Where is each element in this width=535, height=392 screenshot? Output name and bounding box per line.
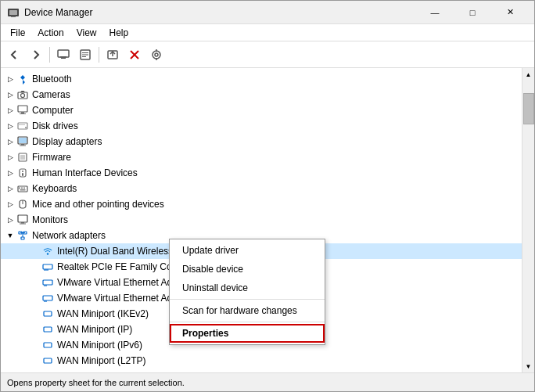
hid-icon: [16, 167, 29, 179]
maximize-button[interactable]: □: [454, 1, 490, 24]
properties-button[interactable]: [75, 45, 95, 65]
update-button[interactable]: [102, 45, 123, 65]
list-item[interactable]: ▷ Disk drives: [1, 118, 522, 134]
computer-button[interactable]: [53, 45, 74, 65]
svg-point-24: [25, 127, 27, 128]
list-item[interactable]: ▷ Display adapters: [1, 134, 522, 149]
svg-rect-47: [21, 237, 24, 239]
svg-rect-7: [82, 52, 88, 53]
svg-rect-34: [22, 173, 23, 176]
close-button[interactable]: ✕: [492, 1, 528, 24]
expand-icon: [29, 354, 41, 367]
expand-icon: ▷: [4, 167, 16, 179]
context-menu-separator-1: [170, 299, 325, 300]
keyboard-icon: [16, 182, 29, 195]
back-button[interactable]: [4, 45, 24, 65]
item-label-hid: Human Interface Devices: [32, 167, 138, 178]
item-label-firmware: Firmware: [32, 152, 71, 163]
svg-rect-38: [23, 188, 25, 189]
forward-button[interactable]: [26, 45, 46, 65]
svg-rect-59: [43, 296, 52, 300]
scroll-down-button[interactable]: ▼: [523, 360, 534, 372]
context-menu-item-update-driver[interactable]: Update driver: [170, 241, 325, 260]
menu-action[interactable]: Action: [31, 26, 70, 40]
list-item[interactable]: ▷ Human Interface Devices: [1, 165, 522, 181]
menu-view[interactable]: View: [70, 26, 103, 40]
minimize-button[interactable]: —: [417, 1, 453, 24]
item-label-bluetooth: Bluetooth: [32, 74, 72, 85]
expand-icon: [29, 292, 41, 304]
context-menu-separator-2: [170, 322, 325, 322]
vmware1-icon: [41, 276, 54, 289]
svg-rect-43: [21, 222, 24, 224]
wan-ipv6-icon: [41, 339, 54, 351]
list-item[interactable]: ▷ Monitors: [1, 212, 522, 228]
svg-rect-2: [11, 16, 16, 17]
svg-rect-39: [20, 189, 26, 191]
list-item[interactable]: WAN Miniport (L2TP): [1, 353, 522, 369]
svg-rect-31: [20, 155, 25, 160]
svg-rect-64: [44, 343, 52, 347]
svg-rect-9: [82, 56, 86, 57]
remove-button[interactable]: [124, 45, 145, 65]
item-label-wan-ipv6: WAN Miniport (IPv6): [57, 340, 142, 351]
device-manager-window: Device Manager — □ ✕ File Action View He…: [0, 0, 535, 392]
expand-icon: [29, 307, 41, 320]
device-tree: ▷ Bluetooth ▷ Cameras ▷ Computer: [1, 68, 522, 372]
item-label-mice: Mice and other pointing devices: [32, 199, 164, 210]
list-item[interactable]: ▷ Mice and other pointing devices: [1, 196, 522, 212]
window-controls: — □ ✕: [417, 1, 528, 24]
wan-ikev2-icon: [41, 307, 54, 320]
firmware-icon: [16, 151, 29, 164]
item-label-keyboards: Keyboards: [32, 183, 77, 194]
title-bar: Device Manager — □ ✕: [1, 1, 534, 24]
list-item[interactable]: ▷ Bluetooth: [1, 71, 522, 87]
item-label-computer: Computer: [32, 105, 74, 116]
expand-icon: ▷: [4, 120, 16, 132]
menu-file[interactable]: File: [4, 26, 31, 40]
menu-help[interactable]: Help: [103, 26, 135, 40]
svg-point-51: [47, 253, 48, 254]
item-label-wan-ikev2: WAN Miniport (IKEv2): [57, 308, 149, 319]
expand-icon: ▷: [4, 151, 16, 164]
context-menu-item-uninstall-device[interactable]: Uninstall device: [170, 279, 325, 297]
expand-icon: [29, 339, 41, 351]
svg-rect-37: [21, 188, 23, 189]
svg-rect-28: [21, 144, 24, 146]
svg-point-14: [153, 51, 160, 59]
toolbar-separator-2: [99, 47, 99, 63]
svg-rect-1: [9, 10, 17, 15]
item-label-wan-ip: WAN Miniport (IP): [57, 324, 132, 335]
list-item[interactable]: ▷ Keyboards: [1, 181, 522, 196]
svg-rect-25: [19, 124, 25, 125]
expand-icon: ▷: [4, 73, 16, 85]
context-menu-item-disable-device[interactable]: Disable device: [170, 260, 325, 279]
expand-icon: ▷: [4, 214, 16, 226]
list-item[interactable]: WAN Miniport (Network Monitor): [1, 369, 522, 372]
context-menu-item-scan[interactable]: Scan for hardware changes: [170, 301, 325, 320]
svg-rect-27: [19, 138, 27, 143]
scroll-thumb[interactable]: [523, 93, 534, 124]
network-icon: [16, 229, 29, 242]
svg-point-19: [21, 94, 25, 98]
svg-rect-35: [18, 186, 27, 192]
item-label-disk: Disk drives: [32, 120, 78, 131]
list-item[interactable]: ▷ Computer: [1, 102, 522, 118]
expand-icon: [29, 323, 41, 336]
list-item[interactable]: ▷ Firmware: [1, 149, 522, 165]
svg-rect-63: [44, 327, 52, 332]
scrollbar[interactable]: ▲ ▼: [522, 68, 534, 372]
wan-l2tp-icon: [41, 354, 54, 367]
window-title: Device Manager: [24, 7, 417, 18]
toolbar-separator-1: [49, 47, 50, 63]
list-item[interactable]: ▷ Cameras: [1, 87, 522, 102]
context-menu-item-properties[interactable]: Properties: [170, 324, 325, 343]
disk-icon: [16, 120, 29, 132]
svg-rect-4: [60, 56, 66, 58]
svg-rect-22: [20, 113, 26, 114]
item-label-display: Display adapters: [32, 136, 102, 147]
expand-icon: [29, 245, 41, 257]
svg-point-15: [155, 53, 158, 56]
scan-button[interactable]: [146, 45, 167, 65]
scroll-up-button[interactable]: ▲: [523, 68, 534, 81]
